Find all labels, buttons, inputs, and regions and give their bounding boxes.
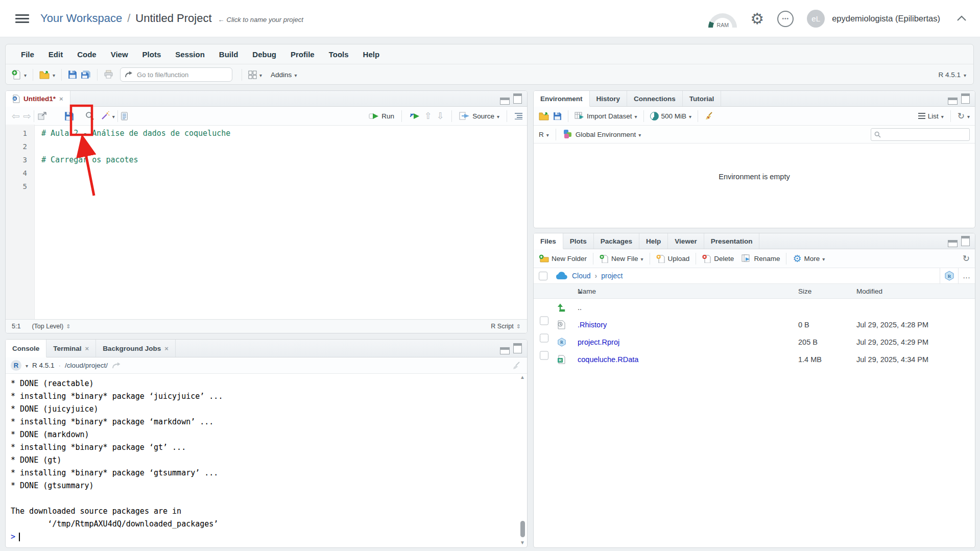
menu-view[interactable]: View	[104, 50, 135, 59]
maximize-pane-icon[interactable]	[961, 236, 970, 246]
maximize-pane-icon[interactable]	[513, 93, 522, 104]
menu-build[interactable]: Build	[212, 50, 246, 59]
rename-button[interactable]: Rename	[742, 254, 780, 262]
console-scrollbar[interactable]: ▲ ▼	[519, 374, 526, 545]
username[interactable]: epydemiologista (Epilibertas)	[832, 14, 940, 23]
new-file-button[interactable]: New File	[600, 254, 643, 263]
refresh-button[interactable]	[958, 111, 970, 122]
forward-icon[interactable]	[23, 110, 31, 122]
close-icon[interactable]	[59, 95, 63, 103]
upload-button[interactable]: Upload	[656, 254, 690, 263]
tab-connections[interactable]: Connections	[627, 91, 683, 106]
code-editor[interactable]: 1# Aula 2 - Análise de dados de coqueluc…	[6, 125, 527, 320]
language-selector[interactable]: R	[539, 131, 549, 138]
list-view-button[interactable]: List	[918, 112, 944, 120]
file-name-link[interactable]: .Rhistory	[578, 321, 607, 329]
menu-profile[interactable]: Profile	[283, 50, 322, 59]
workspace-link[interactable]: Your Workspace	[40, 12, 122, 25]
document-outline-icon[interactable]	[514, 112, 523, 119]
environment-search-input[interactable]	[883, 130, 962, 138]
file-checkbox[interactable]	[540, 334, 548, 343]
menu-debug[interactable]: Debug	[245, 50, 283, 59]
file-name-link[interactable]: project.Rproj	[578, 338, 619, 346]
scroll-down-icon[interactable]: ▼	[519, 540, 526, 545]
breadcrumb-more-button[interactable]: ...	[958, 268, 975, 283]
rproject-indicator-button[interactable]: R	[940, 268, 959, 283]
code-tools-button[interactable]	[101, 111, 115, 121]
chevron-up-icon[interactable]	[957, 14, 967, 23]
minimize-pane-icon[interactable]	[500, 347, 510, 354]
compile-report-icon[interactable]	[121, 112, 128, 121]
environment-scope-selector[interactable]: Global Environment	[563, 129, 641, 139]
r-logo-icon[interactable]: R	[11, 360, 21, 371]
tab-presentation[interactable]: Presentation	[704, 233, 760, 249]
menu-edit[interactable]: Edit	[41, 50, 70, 59]
tab-history[interactable]: History	[590, 91, 628, 106]
menu-file[interactable]: File	[14, 50, 41, 59]
scrollbar-thumb[interactable]	[520, 521, 525, 537]
tab-help[interactable]: Help	[639, 233, 668, 249]
load-workspace-folder-icon[interactable]	[539, 112, 549, 121]
menu-tools[interactable]: Tools	[322, 50, 356, 59]
column-header-size[interactable]: Size	[798, 288, 811, 295]
open-file-button[interactable]	[39, 70, 55, 79]
column-header-modified[interactable]: Modified	[856, 288, 882, 295]
tab-plots[interactable]: Plots	[563, 233, 594, 249]
menu-session[interactable]: Session	[168, 50, 212, 59]
file-type-selector[interactable]: R Script	[491, 323, 521, 330]
tab-files[interactable]: Files	[534, 233, 563, 249]
ram-gauge[interactable]: RAM	[708, 13, 737, 29]
menu-code[interactable]: Code	[70, 50, 104, 59]
find-replace-icon[interactable]	[85, 111, 94, 121]
maximize-pane-icon[interactable]	[513, 343, 522, 353]
tab-packages[interactable]: Packages	[594, 233, 639, 249]
tab-untitled1[interactable]: R Untitled1*	[6, 91, 70, 107]
more-button[interactable]: More	[793, 254, 825, 263]
file-checkbox[interactable]	[540, 351, 548, 360]
project-title[interactable]: Untitled Project	[135, 12, 211, 25]
file-row[interactable]: R project.Rproj 205 B Jul 29, 2025, 4:29…	[534, 333, 975, 351]
share-arrow-icon[interactable]	[112, 362, 121, 369]
hamburger-menu-icon[interactable]	[15, 14, 29, 23]
tab-console[interactable]: Console	[6, 340, 46, 357]
maximize-pane-icon[interactable]	[961, 93, 970, 104]
console-prompt-line[interactable]: >	[11, 531, 519, 543]
file-row[interactable]: .Rhistory 0 B Jul 29, 2025, 4:28 PM	[534, 316, 975, 333]
close-icon[interactable]	[85, 345, 89, 352]
file-row-updir[interactable]: ..	[534, 299, 975, 316]
scope-selector[interactable]: (Top Level)	[32, 323, 70, 330]
memory-usage-button[interactable]: 500 MiB	[650, 112, 692, 121]
file-name-link[interactable]: coqueluche.RData	[578, 355, 638, 364]
tab-terminal[interactable]: Terminal	[46, 340, 96, 357]
minimize-pane-icon[interactable]	[500, 98, 510, 105]
minimize-pane-icon[interactable]	[948, 98, 958, 105]
tab-background-jobs[interactable]: Background Jobs	[96, 340, 176, 357]
new-file-button[interactable]	[12, 70, 27, 80]
pane-layout-button[interactable]	[248, 70, 262, 79]
delete-button[interactable]: Delete	[702, 254, 734, 263]
save-all-icon[interactable]	[81, 70, 91, 79]
select-all-checkbox[interactable]	[539, 272, 547, 280]
more-options-icon[interactable]	[777, 11, 794, 27]
run-button[interactable]: Run	[369, 112, 394, 120]
save-workspace-icon[interactable]	[553, 112, 562, 121]
breadcrumb-project-link[interactable]: project	[601, 272, 623, 280]
tab-environment[interactable]: Environment	[534, 91, 590, 107]
menu-plots[interactable]: Plots	[135, 50, 169, 59]
addins-button[interactable]: Addins	[271, 70, 297, 79]
save-icon[interactable]	[64, 111, 74, 121]
print-icon[interactable]	[104, 70, 113, 79]
refresh-icon[interactable]	[963, 253, 970, 264]
tab-tutorial[interactable]: Tutorial	[683, 91, 722, 106]
save-icon[interactable]	[68, 70, 77, 79]
rerun-icon[interactable]	[409, 112, 420, 120]
settings-gear-icon[interactable]	[750, 11, 764, 27]
console-output[interactable]: * DONE (reactable) * installing *binary*…	[6, 373, 519, 547]
file-row[interactable]: R coqueluche.RData 1.4 MB Jul 29, 2025, …	[534, 351, 975, 368]
up-arrow-icon[interactable]	[424, 110, 432, 122]
dropdown-caret-icon[interactable]	[26, 362, 28, 369]
goto-file-function-input[interactable]	[136, 70, 220, 79]
down-arrow-icon[interactable]	[437, 110, 444, 122]
file-name-link[interactable]: ..	[578, 303, 582, 312]
avatar[interactable]: eL	[807, 10, 825, 28]
